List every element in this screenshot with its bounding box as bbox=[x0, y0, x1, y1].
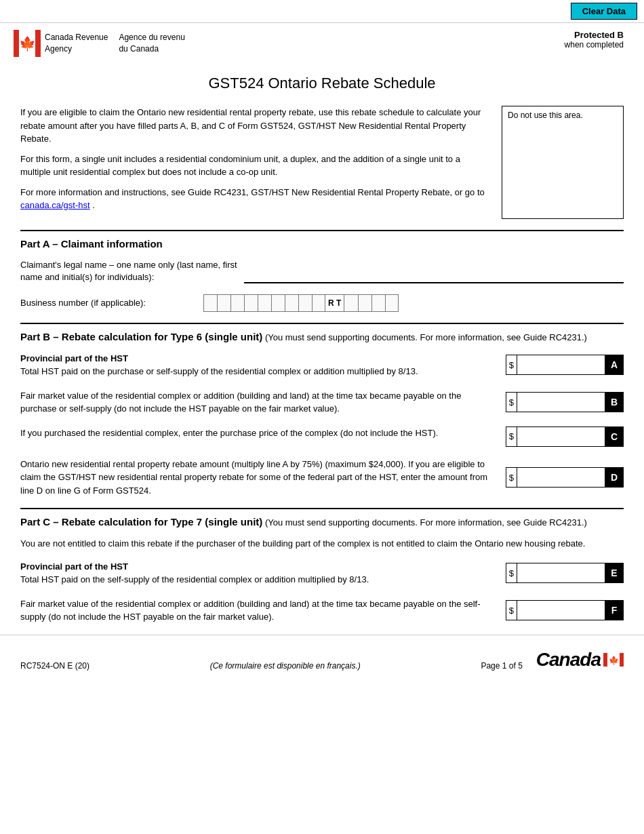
part-a-section: Part A – Claimant information Claimant's… bbox=[20, 238, 624, 312]
bn-group-1 bbox=[203, 294, 325, 312]
divider-a bbox=[20, 230, 624, 231]
divider-b bbox=[20, 323, 624, 324]
maple-leaf-icon: 🍁 bbox=[14, 30, 41, 57]
part-c-line-f-field-wrap: $ F bbox=[506, 597, 624, 624]
divider-c bbox=[20, 508, 624, 509]
bn-cell-5[interactable] bbox=[258, 294, 271, 312]
dollar-sign-f: $ bbox=[506, 600, 517, 620]
part-c-heading: Part C – Rebate calculation for Type 7 (… bbox=[20, 516, 624, 528]
part-a-heading: Part A – Claimant information bbox=[20, 238, 624, 250]
part-c-line-e-label: Provincial part of the HST Total HST pai… bbox=[20, 560, 506, 587]
dollar-sign-c: $ bbox=[506, 426, 517, 447]
line-f-input[interactable] bbox=[517, 600, 605, 620]
header-right: Protected B when completed bbox=[565, 30, 630, 49]
dollar-sign-e: $ bbox=[506, 563, 517, 583]
line-f-label-box: F bbox=[605, 600, 624, 620]
svg-text:🍁: 🍁 bbox=[608, 655, 618, 665]
bn-cell-13[interactable] bbox=[385, 294, 399, 312]
part-b-line-d-label: Ontario new residential rental property … bbox=[20, 458, 506, 498]
bn-cell-11[interactable] bbox=[358, 294, 371, 312]
part-b-line-b-label: Fair market value of the residential com… bbox=[20, 389, 506, 416]
clear-data-button[interactable]: Clear Data bbox=[571, 3, 637, 20]
main-content: If you are eligible to claim the Ontario… bbox=[0, 106, 644, 624]
intro-para2: For this form, a single unit includes a … bbox=[20, 153, 488, 179]
line-d-label-box: D bbox=[605, 467, 624, 488]
intro-section: If you are eligible to claim the Ontario… bbox=[20, 106, 624, 219]
page-header: 🍁 Canada RevenueAgency Agence du revenud… bbox=[0, 23, 644, 64]
line-b-input[interactable] bbox=[517, 392, 605, 412]
part-b-line-d-row: Ontario new residential rental property … bbox=[20, 458, 624, 498]
do-not-use-label: Do not use this area. bbox=[508, 111, 583, 120]
part-b-line-a-label: Provincial part of the HST Total HST pai… bbox=[20, 352, 506, 378]
canada-wordmark: Canada 🍁 bbox=[536, 649, 624, 671]
part-b-line-b-field-wrap: $ B bbox=[506, 389, 624, 416]
svg-text:🍁: 🍁 bbox=[19, 35, 36, 52]
svg-rect-4 bbox=[603, 653, 607, 667]
line-a-label-box: A bbox=[605, 355, 624, 375]
claimant-name-label: Claimant's legal name – one name only (l… bbox=[20, 259, 237, 283]
business-number-boxes: R T bbox=[203, 294, 399, 312]
agency-name: Canada RevenueAgency bbox=[45, 32, 108, 55]
bn-cell-7[interactable] bbox=[285, 294, 298, 312]
footer-page-info: Page 1 of 5 bbox=[481, 661, 522, 671]
page-title: GST524 Ontario Rebate Schedule bbox=[14, 75, 630, 92]
canada-wordmark-text: Canada bbox=[536, 649, 601, 671]
page-footer: RC7524-ON E (20) (Ce formulaire est disp… bbox=[0, 635, 644, 681]
line-b-label-box: B bbox=[605, 392, 624, 412]
line-e-label-box: E bbox=[605, 563, 624, 583]
agency-name-en: Canada RevenueAgency bbox=[45, 32, 108, 55]
bn-cell-1[interactable] bbox=[203, 294, 217, 312]
protected-b-label: Protected B bbox=[565, 30, 624, 40]
claimant-name-field[interactable] bbox=[244, 267, 624, 283]
svg-rect-6 bbox=[620, 653, 624, 667]
part-c-line-e-row: Provincial part of the HST Total HST pai… bbox=[20, 560, 624, 587]
bn-cell-2[interactable] bbox=[217, 294, 230, 312]
top-bar: Clear Data bbox=[0, 0, 644, 23]
bn-cell-9[interactable] bbox=[312, 294, 325, 312]
intro-para1: If you are eligible to claim the Ontario… bbox=[20, 106, 488, 146]
do-not-use-box: Do not use this area. bbox=[502, 106, 624, 219]
line-c-label-box: C bbox=[605, 426, 624, 447]
part-c-section: Part C – Rebate calculation for Type 7 (… bbox=[20, 516, 624, 624]
part-b-line-c-field-wrap: $ C bbox=[506, 426, 624, 447]
footer-form-code: RC7524-ON E (20) bbox=[20, 661, 89, 671]
business-number-row: Business number (if applicable): R T bbox=[20, 294, 624, 312]
intro-text: If you are eligible to claim the Ontario… bbox=[20, 106, 488, 219]
canada-logo: 🍁 Canada RevenueAgency Agence du revenud… bbox=[14, 30, 185, 57]
canada-flag-icon: 🍁 bbox=[603, 653, 624, 667]
line-a-input[interactable] bbox=[517, 355, 605, 375]
part-b-line-b-row: Fair market value of the residential com… bbox=[20, 389, 624, 416]
part-b-line-c-row: If you purchased the residential complex… bbox=[20, 426, 624, 447]
business-number-label: Business number (if applicable): bbox=[20, 298, 197, 308]
when-completed-label: when completed bbox=[565, 40, 624, 49]
part-b-line-a-row: Provincial part of the HST Total HST pai… bbox=[20, 352, 624, 378]
bn-rt-label: R T bbox=[325, 294, 344, 312]
line-d-input[interactable] bbox=[517, 467, 605, 488]
bn-cell-10[interactable] bbox=[344, 294, 358, 312]
bn-cell-12[interactable] bbox=[371, 294, 385, 312]
bn-cell-6[interactable] bbox=[271, 294, 285, 312]
line-e-input[interactable] bbox=[517, 563, 605, 583]
claimant-name-input[interactable] bbox=[244, 267, 624, 283]
line-c-input[interactable] bbox=[517, 426, 605, 447]
bn-cell-8[interactable] bbox=[298, 294, 312, 312]
dollar-sign-d: $ bbox=[506, 467, 517, 488]
bn-cell-4[interactable] bbox=[244, 294, 258, 312]
gst-hst-link[interactable]: canada.ca/gst-hst bbox=[20, 200, 90, 210]
part-b-heading: Part B – Rebate calculation for Type 6 (… bbox=[20, 331, 624, 342]
part-b-line-a-field-wrap: $ A bbox=[506, 352, 624, 378]
bn-group-2 bbox=[344, 294, 399, 312]
header-left: 🍁 Canada RevenueAgency Agence du revenud… bbox=[14, 30, 185, 57]
dollar-sign-a: $ bbox=[506, 355, 517, 375]
intro-para3: For more information and instructions, s… bbox=[20, 186, 488, 212]
part-c-not-entitled: You are not entitled to claim this rebat… bbox=[20, 537, 624, 551]
part-b-line-c-label: If you purchased the residential complex… bbox=[20, 426, 506, 447]
part-c-line-f-row: Fair market value of the residential com… bbox=[20, 597, 624, 624]
bn-cell-3[interactable] bbox=[230, 294, 244, 312]
dollar-sign-b: $ bbox=[506, 392, 517, 412]
svg-rect-1 bbox=[35, 30, 41, 57]
part-c-line-e-field-wrap: $ E bbox=[506, 560, 624, 587]
part-b-line-d-field-wrap: $ D bbox=[506, 458, 624, 498]
footer-right: Page 1 of 5 Canada 🍁 bbox=[481, 649, 624, 671]
claimant-name-row: Claimant's legal name – one name only (l… bbox=[20, 259, 624, 283]
